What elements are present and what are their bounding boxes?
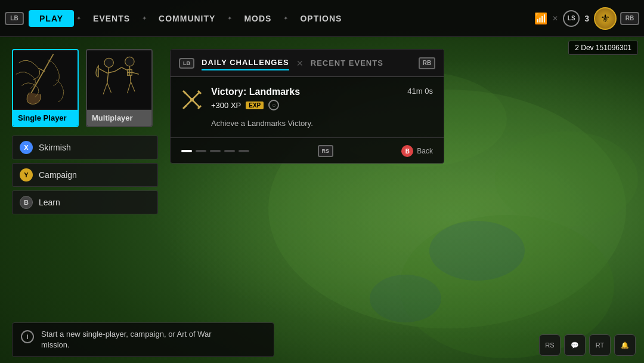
dot-5 [239,150,249,152]
nav-item-options[interactable]: OPTIONS [290,11,351,26]
single-player-art [13,50,78,110]
campaign-label: Campaign [39,170,77,180]
challenge-info: Victory: Landmarks +300 XP EXP ○ 41m 0s … [211,87,433,128]
left-panel: Single Player [12,49,158,357]
avatar[interactable]: ⚜ [594,7,617,30]
challenge-body: Victory: Landmarks +300 XP EXP ○ 41m 0s … [171,77,444,137]
b-badge-icon: B [401,145,413,157]
rb-button[interactable]: RB [620,12,639,25]
dot-1 [181,150,192,152]
xp-text: +300 XP [211,101,241,110]
rs-ctrl-button[interactable]: RS [539,334,561,356]
y-button-icon: Y [20,168,33,182]
bottom-right-buttons: RS 💬 RT 🔔 [539,334,636,356]
challenge-title: Victory: Landmarks [211,87,300,97]
nav-separator-3: ✦ [227,15,232,21]
wifi-icon: 📶 [534,12,547,25]
mode-cards: Single Player [12,49,158,127]
challenge-header: LB DAILY CHALLENGES ✕ RECENT EVENTS RB [171,50,444,77]
svg-rect-6 [13,51,78,109]
notification-count: 3 [584,14,589,23]
rs-button[interactable]: RS [318,145,333,157]
chat-ctrl-button[interactable]: 💬 [564,334,586,356]
challenge-lb-button[interactable]: LB [179,58,194,69]
navbar: LB PLAY ✦ EVENTS ✦ COMMUNITY ✦ MODS ✦ OP… [0,0,644,37]
single-player-label: Single Player [13,110,78,126]
ls-badge: LS [563,10,580,27]
rt-ctrl-button[interactable]: RT [589,334,611,356]
nav-separator-2: ✦ [142,15,147,21]
info-text: Start a new single-player, campaign, or … [41,329,212,350]
dev-badge: 2 Dev 151096301 [568,41,638,55]
main-content: Single Player [0,37,644,363]
dot-4 [224,150,235,152]
multiplayer-card[interactable]: Multiplayer [86,49,153,127]
right-panel: LB DAILY CHALLENGES ✕ RECENT EVENTS RB [170,49,632,357]
svg-rect-9 [87,51,151,109]
nav-items: PLAY ✦ EVENTS ✦ COMMUNITY ✦ MODS ✦ OPTIO… [29,10,530,27]
svg-point-10 [104,58,113,67]
challenge-description: Achieve a Landmarks Victory. [211,119,433,128]
progress-row: RS B Back [171,137,444,163]
nav-item-play[interactable]: PLAY [29,10,74,27]
crossed-swords-icon [181,89,203,110]
info-icon: i [21,330,34,343]
nav-separator-1: ✦ [76,15,81,21]
multiplayer-art [87,50,151,110]
svg-point-11 [125,57,134,66]
single-player-card[interactable]: Single Player [12,49,79,127]
nav-item-mods[interactable]: MODS [234,11,281,26]
nav-separator-4: ✦ [283,15,288,21]
submenu: X Skirmish Y Campaign B Learn [12,136,158,214]
progress-dots [181,150,249,152]
back-button[interactable]: B Back [401,145,433,157]
dot-2 [196,150,206,152]
dot-3 [210,150,221,152]
nav-right: 📶 ✕ LS 3 ⚜ [534,7,617,30]
info-bar: i Start a new single-player, campaign, o… [12,322,274,357]
bell-ctrl-button[interactable]: 🔔 [614,334,636,356]
check-icon: ○ [268,100,279,110]
multiplayer-label: Multiplayer [87,110,151,126]
rs-badge-icon: RS [318,145,333,157]
learn-label: Learn [39,198,60,207]
svg-point-18 [190,98,194,101]
skirmish-label: Skirmish [39,143,71,152]
nav-x-sep: ✕ [552,14,558,23]
campaign-item[interactable]: Y Campaign [12,163,158,187]
daily-challenges-tab[interactable]: DAILY CHALLENGES [202,56,289,70]
challenge-card: LB DAILY CHALLENGES ✕ RECENT EVENTS RB [170,49,444,164]
lb-button[interactable]: LB [5,12,24,25]
svg-line-19 [183,91,186,94]
exp-badge: EXP [246,101,264,109]
b-button-icon: B [20,196,33,209]
challenge-rb-button[interactable]: RB [419,57,435,69]
skirmish-item[interactable]: X Skirmish [12,136,158,159]
back-label: Back [417,147,433,155]
challenge-xp-row: +300 XP EXP ○ [211,100,300,110]
svg-line-21 [183,106,186,109]
tab-separator: ✕ [296,59,304,68]
learn-item[interactable]: B Learn [12,190,158,214]
challenge-time: 41m 0s [407,87,433,96]
nav-item-community[interactable]: COMMUNITY [149,11,225,26]
challenge-item: Victory: Landmarks +300 XP EXP ○ 41m 0s … [181,87,433,128]
nav-item-events[interactable]: EVENTS [83,11,140,26]
x-button-icon: X [20,141,33,154]
recent-events-tab[interactable]: RECENT EVENTS [311,56,383,70]
